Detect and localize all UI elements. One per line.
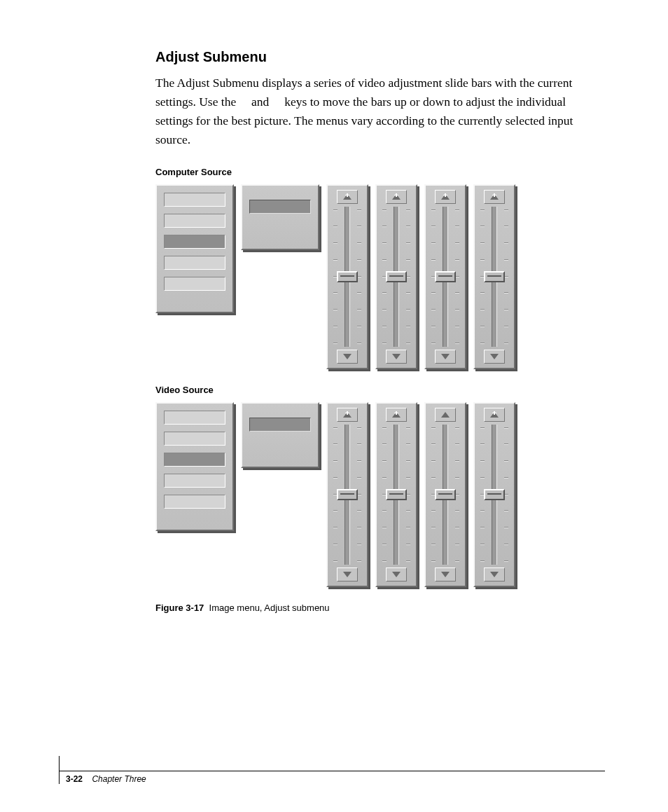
slider-track[interactable]: [426, 425, 465, 565]
menu-item[interactable]: [164, 474, 225, 488]
arrow-down-icon: [343, 354, 352, 359]
slider-track[interactable]: [426, 207, 465, 347]
slider-handle[interactable]: [435, 271, 456, 282]
slider-panel: [424, 402, 466, 587]
arrow-up-icon: [441, 412, 450, 418]
slider-down-button[interactable]: [337, 350, 358, 364]
slider-track[interactable]: [328, 207, 367, 347]
figure-row-video: [155, 402, 605, 587]
arrow-down-icon: [392, 572, 401, 577]
submenu-item-selected[interactable]: [249, 418, 311, 432]
slider-track[interactable]: [328, 425, 367, 565]
slider-track[interactable]: [475, 425, 514, 565]
slider-track[interactable]: [377, 207, 416, 347]
slider-handle[interactable]: [435, 489, 456, 500]
figure-caption: Figure 3-17 Image menu, Adjust submenu: [155, 603, 605, 613]
chapter-title: Chapter Three: [92, 774, 146, 784]
slider-handle[interactable]: [386, 271, 407, 282]
arrow-down-icon: [441, 354, 450, 359]
section-paragraph: The Adjust Submenu displays a series of …: [155, 74, 605, 150]
menu-item[interactable]: [164, 214, 225, 228]
arrow-up-plus-icon: [392, 412, 401, 418]
slider-panel: [473, 184, 515, 369]
menu-item[interactable]: [164, 277, 225, 291]
slider-down-button[interactable]: [435, 567, 456, 582]
menu-item[interactable]: [164, 256, 225, 270]
submenu-panel: [241, 402, 319, 468]
source-label-2: Video Source: [155, 385, 605, 395]
slider-up-button[interactable]: [386, 190, 407, 204]
slider-handle[interactable]: [337, 271, 358, 282]
submenu-item-selected[interactable]: [249, 200, 311, 214]
page-number: 3-22: [66, 774, 83, 784]
slider-track[interactable]: [377, 425, 416, 565]
arrow-up-plus-icon: [490, 412, 499, 418]
figure-caption-number: Figure 3-17: [155, 603, 204, 613]
slider-handle[interactable]: [484, 271, 505, 282]
slider-up-button[interactable]: [435, 190, 456, 204]
slider-down-button[interactable]: [386, 567, 407, 582]
figure-caption-text: Image menu, Adjust submenu: [209, 603, 330, 613]
slider-panel: [326, 402, 368, 587]
arrow-up-plus-icon: [343, 412, 352, 418]
submenu-panel: [241, 184, 319, 250]
slider-panel: [375, 184, 417, 369]
menu-item-selected[interactable]: [164, 235, 225, 249]
slider-up-button[interactable]: [435, 408, 456, 422]
arrow-up-plus-icon: [441, 194, 450, 200]
slider-down-button[interactable]: [337, 567, 358, 582]
slider-handle[interactable]: [484, 489, 505, 500]
menu-item[interactable]: [164, 495, 225, 509]
arrow-up-plus-icon: [490, 194, 499, 200]
arrow-down-icon: [441, 572, 450, 577]
menu-item-selected[interactable]: [164, 453, 225, 467]
arrow-down-icon: [392, 354, 401, 359]
slider-down-button[interactable]: [484, 567, 505, 582]
main-menu-panel: [155, 402, 234, 531]
slider-panel: [375, 402, 417, 587]
section-heading: Adjust Submenu: [155, 49, 605, 65]
slider-panel: [424, 184, 466, 369]
arrow-down-icon: [343, 572, 352, 577]
slider-handle[interactable]: [386, 489, 407, 500]
arrow-down-icon: [490, 572, 499, 577]
page-footer: 3-22 Chapter Three: [59, 771, 605, 784]
menu-item[interactable]: [164, 411, 225, 425]
slider-down-button[interactable]: [386, 350, 407, 364]
menu-item[interactable]: [164, 193, 225, 207]
figure-row-computer: [155, 184, 605, 369]
slider-up-button[interactable]: [337, 190, 358, 204]
source-label-1: Computer Source: [155, 167, 605, 177]
slider-track[interactable]: [475, 207, 514, 347]
slider-up-button[interactable]: [484, 190, 505, 204]
main-menu-panel: [155, 184, 234, 313]
slider-down-button[interactable]: [435, 350, 456, 364]
slider-up-button[interactable]: [337, 408, 358, 422]
slider-up-button[interactable]: [484, 408, 505, 422]
slider-panel: [473, 402, 515, 587]
slider-handle[interactable]: [337, 489, 358, 500]
slider-panel: [326, 184, 368, 369]
arrow-up-plus-icon: [343, 194, 352, 200]
arrow-down-icon: [490, 354, 499, 359]
arrow-up-plus-icon: [392, 194, 401, 200]
menu-item[interactable]: [164, 432, 225, 446]
slider-down-button[interactable]: [484, 350, 505, 364]
slider-up-button[interactable]: [386, 408, 407, 422]
